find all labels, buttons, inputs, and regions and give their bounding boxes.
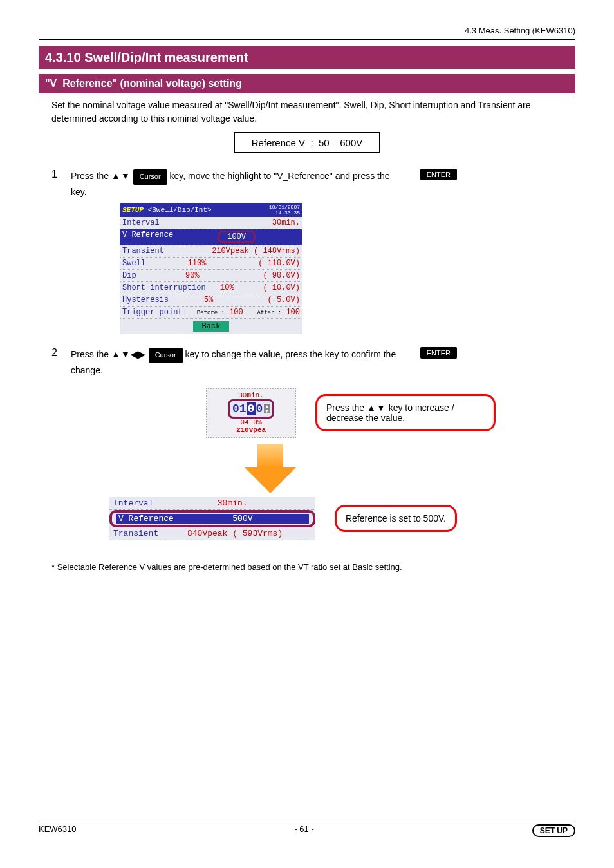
trigger-before-val: 100 [229, 308, 243, 317]
footer-left: KEW6310 [39, 824, 77, 837]
row2-vreference-selected[interactable]: V_Reference 500V [109, 510, 315, 527]
label-dip: Dip [122, 271, 136, 280]
val-interval: 30min. [272, 218, 300, 227]
label2-vreference: V_Reference [116, 514, 176, 524]
step-1-text-a: Press the [71, 171, 111, 181]
page-footer: KEW6310 - 61 - SET UP [39, 820, 575, 837]
cursor-keycap-2: Cursor [149, 348, 183, 363]
row-swell[interactable]: Swell 110% ( 110.0V) [120, 258, 302, 270]
range-label: Reference V [252, 137, 305, 148]
val-vreference: 100V [218, 231, 256, 243]
val-swell-pct: 110% [188, 259, 207, 268]
step-2: 2 Press the ▲▼◀▶ Cursor key to change th… [51, 347, 575, 377]
val2-transient: 840Vpeak ( 593Vrms) [158, 529, 312, 538]
editor-sub2: 210Vpea [212, 426, 290, 434]
val-shortint-pct: 10% [220, 283, 234, 292]
back-button[interactable]: Back [193, 321, 230, 332]
step-1-text-b: key, move the highlight to "V_Reference"… [170, 171, 390, 181]
footnote: * Selectable Reference V values are pre-… [51, 562, 575, 572]
device-screenshot-2: Interval 30min. V_Reference 500V Transie… [109, 497, 315, 540]
cursor-keycap: Cursor [133, 169, 167, 185]
label-hysteresis: Hysteresis [122, 296, 169, 305]
row2-interval[interactable]: Interval 30min. [109, 497, 315, 510]
section-heading: 4.3.10 Swell/Dip/Int measurement [39, 46, 575, 69]
label-vreference: V_Reference [122, 231, 173, 243]
row2-transient[interactable]: Transient 840Vpeak ( 593Vrms) [109, 527, 315, 540]
digits-right: 0 [256, 402, 263, 415]
device-screenshot-1: SETUP <Swell/Dip/Int> 10/31/2007 14:33:3… [120, 203, 302, 334]
editor-topline: 30min. [212, 392, 290, 399]
step-2-text-a: Press the [71, 349, 111, 359]
row-shortint[interactable]: Short interruption 10% ( 10.0V) [120, 282, 302, 294]
label-transient: Transient [122, 247, 164, 256]
callout-result: Reference is set to 500V. [335, 505, 457, 532]
row-hysteresis[interactable]: Hysteresis 5% ( 5.0V) [120, 294, 302, 307]
row-trigger[interactable]: Trigger point Before : 100 After : 100 [120, 307, 302, 319]
device-time: 14:33:35 [275, 210, 300, 216]
device-header: SETUP <Swell/Dip/Int> 10/31/2007 14:33:3… [120, 203, 302, 217]
digit-selected[interactable]: 0 [247, 402, 256, 415]
val-dip-pct: 90% [185, 271, 200, 280]
editor-sub1: 04 0% [212, 419, 290, 426]
footer-page: - 61 - [294, 824, 313, 837]
val-hyst-paren: ( 5.0V) [248, 296, 300, 305]
val-shortint-paren: ( 10.0V) [248, 283, 300, 292]
range-box: Reference V : 50 – 600V [234, 132, 381, 153]
setup-title-icon: SETUP [122, 206, 144, 214]
editor-closeup: 30min. 0100 ▲▼ 04 0% 210Vpea [206, 388, 296, 438]
updown-arrow-icon: ▲▼ [111, 171, 131, 181]
trigger-before-label: Before : [197, 310, 225, 316]
all-arrows-icon: ▲▼◀▶ [111, 349, 146, 359]
callout-updown: Press the ▲▼ key to increase / decrease … [315, 394, 496, 431]
enter-keycap: ENTER [420, 169, 457, 180]
val-swell-paren: ( 110.0V) [248, 259, 300, 268]
intro-paragraph: Set the nominal voltage value measured a… [51, 99, 563, 126]
editor-closeup-row: 30min. 0100 ▲▼ 04 0% 210Vpea Press the ▲… [206, 388, 575, 438]
val2-vreference: 500V [176, 514, 309, 524]
val-dip-paren: ( 90.0V) [248, 271, 300, 280]
setup-title-rest: <Swell/Dip/Int> [148, 206, 212, 214]
enter-keycap-2: ENTER [420, 347, 457, 359]
label2-interval: Interval [113, 498, 153, 508]
step-2-number: 2 [51, 347, 67, 359]
big-down-arrow-icon [39, 444, 575, 493]
subsection-heading: "V_Reference" (nominal voltage) setting [39, 74, 575, 93]
device-date: 10/31/2007 [269, 204, 300, 210]
step-1-text-tail: key. [71, 187, 87, 197]
trigger-after-val: 100 [286, 308, 300, 317]
result-row: Interval 30min. V_Reference 500V Transie… [39, 493, 575, 544]
range-value: 50 – 600V [319, 137, 362, 148]
label-shortint: Short interruption [122, 283, 206, 292]
val2-interval: 30min. [153, 498, 312, 508]
label2-transient: Transient [113, 529, 158, 538]
step-2-text-b: key to change the value, press the [185, 349, 325, 359]
row-interval[interactable]: Interval 30min. [120, 217, 302, 229]
label-trigger: Trigger point [122, 308, 183, 317]
row-transient[interactable]: Transient 210Vpeak ( 148Vrms) [120, 245, 302, 258]
row-vreference-highlighted[interactable]: V_Reference 100V [120, 229, 302, 245]
val-transient: 210Vpeak ( 148Vrms) [212, 247, 300, 256]
row-dip[interactable]: Dip 90% ( 90.0V) [120, 270, 302, 282]
step-1: 1 Press the ▲▼ Cursor key, move the high… [51, 169, 575, 199]
back-button-row: Back [120, 319, 302, 334]
page-header: 4.3 Meas. Setting (KEW6310) [39, 26, 575, 35]
step-1-number: 1 [51, 169, 67, 180]
trigger-after-label: After : [257, 310, 281, 316]
digits-left: 01 [232, 402, 247, 415]
label-swell: Swell [122, 259, 145, 268]
digit-editor[interactable]: 0100 ▲▼ [228, 399, 274, 419]
setup-pill-icon: SET UP [532, 824, 575, 837]
callout-arrows-icon: ▲▼ [367, 402, 386, 413]
callout1-a: Press the [326, 402, 367, 413]
label-interval: Interval [122, 218, 160, 227]
header-rule [39, 39, 575, 40]
spinner-icon[interactable]: ▲▼ [264, 404, 270, 413]
val-hyst-pct: 5% [204, 296, 213, 305]
